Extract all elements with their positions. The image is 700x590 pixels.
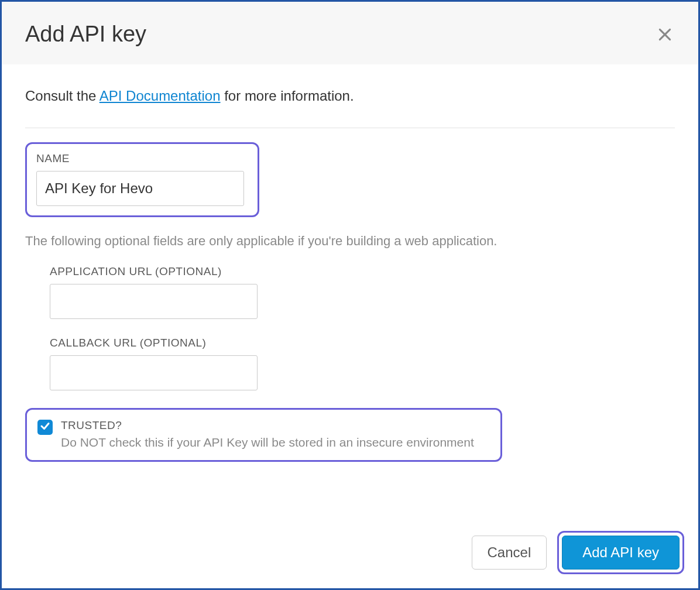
modal-header: Add API key — [2, 2, 698, 64]
checkmark-icon — [40, 421, 50, 434]
application-url-field: APPLICATION URL (OPTIONAL) — [50, 265, 675, 319]
name-field-highlight: NAME — [25, 142, 259, 217]
close-button[interactable] — [655, 25, 675, 44]
callback-url-label: CALLBACK URL (OPTIONAL) — [50, 337, 675, 349]
close-icon — [657, 27, 672, 42]
trusted-label: TRUSTED? — [61, 419, 474, 432]
callback-url-field: CALLBACK URL (OPTIONAL) — [50, 337, 675, 390]
trusted-checkbox[interactable] — [37, 420, 53, 435]
trusted-field-highlight: TRUSTED? Do NOT check this if your API K… — [25, 408, 502, 462]
callback-url-input[interactable] — [50, 355, 258, 390]
name-label: NAME — [36, 152, 248, 165]
modal-body: Consult the API Documentation for more i… — [2, 64, 698, 474]
modal-footer: Cancel Add API key — [472, 531, 684, 574]
cancel-button[interactable]: Cancel — [472, 536, 547, 570]
consult-suffix: for more information. — [221, 88, 354, 104]
consult-text: Consult the API Documentation for more i… — [25, 88, 675, 128]
application-url-input[interactable] — [50, 284, 258, 319]
application-url-label: APPLICATION URL (OPTIONAL) — [50, 265, 675, 278]
submit-button-highlight: Add API key — [557, 531, 684, 574]
name-input[interactable] — [36, 171, 244, 206]
trusted-description: Do NOT check this if your API Key will b… — [61, 435, 474, 450]
modal-title: Add API key — [25, 22, 146, 47]
api-documentation-link[interactable]: API Documentation — [99, 88, 221, 104]
consult-prefix: Consult the — [25, 88, 99, 104]
add-api-key-button[interactable]: Add API key — [562, 536, 680, 570]
optional-fields-hint: The following optional fields are only a… — [25, 234, 675, 249]
